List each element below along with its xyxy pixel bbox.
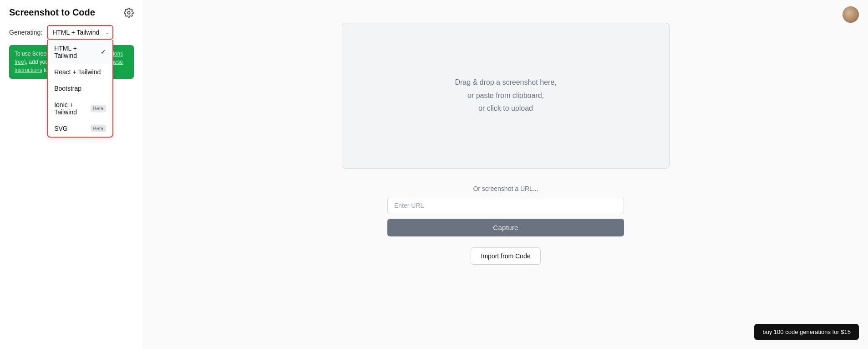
drop-line2: or paste from clipboard, [455,89,556,103]
dropdown-item-ionic-tailwind[interactable]: Ionic + Tailwind Beta [48,97,112,120]
dropdown-item-react-tailwind[interactable]: React + Tailwind [48,64,112,80]
dropdown-item-label: Ionic + Tailwind [54,101,86,116]
sidebar-header: Screenshot to Code [0,0,143,25]
generating-row: Generating: HTML + Tailwind React + Tail… [0,25,143,45]
dropdown-item-label: SVG [54,125,68,132]
drop-zone[interactable]: Drag & drop a screenshot here, or paste … [342,23,670,169]
dropdown-item-label: React + Tailwind [54,68,101,76]
avatar-image [843,6,859,23]
framework-dropdown: HTML + Tailwind ✓ React + Tailwind Boots… [47,40,113,138]
gear-icon[interactable] [124,8,134,18]
import-from-code-button[interactable]: Import from Code [471,247,541,265]
dropdown-item-label: Bootstrap [54,85,81,92]
dropdown-item-svg[interactable]: SVG Beta [48,120,112,137]
framework-select-container: HTML + Tailwind React + Tailwind Bootstr… [47,25,113,40]
generating-label: Generating: [9,29,42,36]
beta-badge-ionic: Beta [91,105,107,112]
url-section: Or screenshot a URL... Capture [387,185,624,236]
svg-point-0 [127,11,130,14]
sidebar: Screenshot to Code Generating: HTML + Ta… [0,0,143,349]
app-title: Screenshot to Code [9,7,95,18]
drop-line1: Drag & drop a screenshot here, [455,76,556,89]
buy-banner[interactable]: buy 100 code generations for $15 [754,324,859,340]
drop-zone-text: Drag & drop a screenshot here, or paste … [455,76,556,115]
url-label: Or screenshot a URL... [387,185,624,192]
capture-button[interactable]: Capture [387,219,624,236]
dropdown-item-html-tailwind[interactable]: HTML + Tailwind ✓ [48,40,112,64]
drop-line3: or click to upload [455,102,556,115]
dropdown-item-bootstrap[interactable]: Bootstrap [48,80,112,97]
url-input[interactable] [387,197,624,214]
framework-select[interactable]: HTML + Tailwind React + Tailwind Bootstr… [47,25,113,40]
avatar[interactable] [843,6,859,23]
beta-badge-svg: Beta [91,125,107,132]
framework-select-wrapper: HTML + Tailwind React + Tailwind Bootstr… [47,25,113,40]
check-icon: ✓ [101,48,106,56]
dropdown-item-label: HTML + Tailwind [54,45,101,59]
main-content: Drag & drop a screenshot here, or paste … [143,0,868,349]
